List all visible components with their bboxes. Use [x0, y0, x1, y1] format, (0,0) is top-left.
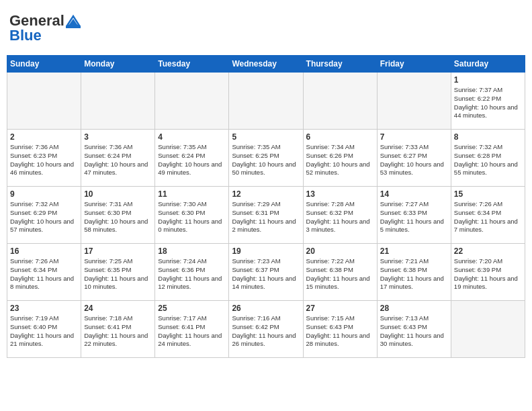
day-cell: 6Sunrise: 7:34 AM Sunset: 6:26 PM Daylig… [303, 130, 377, 187]
day-cell: 13Sunrise: 7:28 AM Sunset: 6:32 PM Dayli… [303, 187, 377, 244]
day-number: 3 [84, 132, 152, 142]
day-cell: 5Sunrise: 7:35 AM Sunset: 6:25 PM Daylig… [229, 130, 303, 187]
day-info: Sunrise: 7:26 AM Sunset: 6:34 PM Dayligh… [454, 200, 522, 234]
day-info: Sunrise: 7:30 AM Sunset: 6:30 PM Dayligh… [158, 200, 226, 234]
day-info: Sunrise: 7:27 AM Sunset: 6:33 PM Dayligh… [380, 200, 448, 234]
week-row: 16Sunrise: 7:26 AM Sunset: 6:34 PM Dayli… [7, 244, 525, 301]
day-cell: 16Sunrise: 7:26 AM Sunset: 6:34 PM Dayli… [7, 244, 81, 301]
day-info: Sunrise: 7:17 AM Sunset: 6:41 PM Dayligh… [158, 314, 226, 349]
day-cell: 27Sunrise: 7:15 AM Sunset: 6:43 PM Dayli… [303, 301, 377, 358]
day-info: Sunrise: 7:32 AM Sunset: 6:28 PM Dayligh… [454, 143, 522, 177]
day-number: 17 [84, 246, 152, 256]
day-info: Sunrise: 7:24 AM Sunset: 6:36 PM Dayligh… [158, 257, 226, 291]
logo-icon [66, 13, 81, 28]
day-info: Sunrise: 7:26 AM Sunset: 6:34 PM Dayligh… [10, 257, 78, 291]
day-number: 27 [306, 304, 374, 313]
day-cell: 23Sunrise: 7:19 AM Sunset: 6:40 PM Dayli… [7, 301, 81, 358]
weekday-header: Friday [377, 56, 451, 73]
day-info: Sunrise: 7:20 AM Sunset: 6:39 PM Dayligh… [454, 257, 522, 291]
day-number: 8 [454, 132, 522, 142]
day-cell: 18Sunrise: 7:24 AM Sunset: 6:36 PM Dayli… [155, 244, 229, 301]
day-cell [451, 301, 525, 358]
day-number: 14 [380, 189, 448, 199]
day-number: 18 [158, 246, 226, 256]
day-cell [7, 73, 81, 130]
day-cell: 9Sunrise: 7:32 AM Sunset: 6:29 PM Daylig… [7, 187, 81, 244]
day-info: Sunrise: 7:34 AM Sunset: 6:26 PM Dayligh… [306, 143, 374, 177]
day-number: 9 [10, 189, 78, 199]
logo: General Blue [9, 12, 81, 44]
day-cell: 3Sunrise: 7:36 AM Sunset: 6:24 PM Daylig… [81, 130, 155, 187]
week-row: 1Sunrise: 7:37 AM Sunset: 6:22 PM Daylig… [7, 73, 525, 130]
day-info: Sunrise: 7:28 AM Sunset: 6:32 PM Dayligh… [306, 200, 374, 234]
day-info: Sunrise: 7:32 AM Sunset: 6:29 PM Dayligh… [10, 200, 78, 234]
weekday-header: Wednesday [229, 56, 303, 73]
day-cell: 11Sunrise: 7:30 AM Sunset: 6:30 PM Dayli… [155, 187, 229, 244]
week-row: 9Sunrise: 7:32 AM Sunset: 6:29 PM Daylig… [7, 187, 525, 244]
day-number: 16 [10, 246, 78, 256]
weekday-header: Monday [81, 56, 155, 73]
day-cell: 24Sunrise: 7:18 AM Sunset: 6:41 PM Dayli… [81, 301, 155, 358]
day-cell: 28Sunrise: 7:13 AM Sunset: 6:43 PM Dayli… [377, 301, 451, 358]
week-row: 23Sunrise: 7:19 AM Sunset: 6:40 PM Dayli… [7, 301, 525, 358]
day-number: 2 [10, 132, 78, 142]
day-info: Sunrise: 7:29 AM Sunset: 6:31 PM Dayligh… [232, 200, 300, 234]
day-cell: 26Sunrise: 7:16 AM Sunset: 6:42 PM Dayli… [229, 301, 303, 358]
day-number: 7 [380, 132, 448, 142]
day-cell [81, 73, 155, 130]
day-cell: 21Sunrise: 7:21 AM Sunset: 6:38 PM Dayli… [377, 244, 451, 301]
day-cell: 20Sunrise: 7:22 AM Sunset: 6:38 PM Dayli… [303, 244, 377, 301]
day-number: 5 [232, 132, 300, 142]
day-number: 21 [380, 246, 448, 256]
page-header: General Blue [7, 7, 525, 50]
day-info: Sunrise: 7:37 AM Sunset: 6:22 PM Dayligh… [454, 86, 522, 120]
week-row: 2Sunrise: 7:36 AM Sunset: 6:23 PM Daylig… [7, 130, 525, 187]
day-cell: 25Sunrise: 7:17 AM Sunset: 6:41 PM Dayli… [155, 301, 229, 358]
day-number: 4 [158, 132, 226, 142]
day-number: 20 [306, 246, 374, 256]
day-cell [303, 73, 377, 130]
day-cell: 10Sunrise: 7:31 AM Sunset: 6:30 PM Dayli… [81, 187, 155, 244]
logo-blue: Blue [9, 27, 42, 44]
day-cell: 12Sunrise: 7:29 AM Sunset: 6:31 PM Dayli… [229, 187, 303, 244]
day-number: 25 [158, 304, 226, 313]
day-cell [155, 73, 229, 130]
day-number: 1 [454, 75, 522, 85]
weekday-header: Tuesday [155, 56, 229, 73]
day-info: Sunrise: 7:22 AM Sunset: 6:38 PM Dayligh… [306, 257, 374, 291]
weekday-header: Sunday [7, 56, 81, 73]
day-info: Sunrise: 7:18 AM Sunset: 6:41 PM Dayligh… [84, 314, 152, 349]
day-cell [377, 73, 451, 130]
day-cell: 7Sunrise: 7:33 AM Sunset: 6:27 PM Daylig… [377, 130, 451, 187]
day-info: Sunrise: 7:19 AM Sunset: 6:40 PM Dayligh… [10, 314, 78, 349]
day-info: Sunrise: 7:25 AM Sunset: 6:35 PM Dayligh… [84, 257, 152, 291]
day-number: 10 [84, 189, 152, 199]
weekday-header: Thursday [303, 56, 377, 73]
day-info: Sunrise: 7:31 AM Sunset: 6:30 PM Dayligh… [84, 200, 152, 234]
day-cell: 2Sunrise: 7:36 AM Sunset: 6:23 PM Daylig… [7, 130, 81, 187]
day-number: 6 [306, 132, 374, 142]
day-cell: 19Sunrise: 7:23 AM Sunset: 6:37 PM Dayli… [229, 244, 303, 301]
day-info: Sunrise: 7:21 AM Sunset: 6:38 PM Dayligh… [380, 257, 448, 291]
day-number: 28 [380, 304, 448, 313]
day-info: Sunrise: 7:16 AM Sunset: 6:42 PM Dayligh… [232, 314, 300, 349]
day-number: 22 [454, 246, 522, 256]
day-info: Sunrise: 7:35 AM Sunset: 6:24 PM Dayligh… [158, 143, 226, 177]
day-cell [229, 73, 303, 130]
day-info: Sunrise: 7:35 AM Sunset: 6:25 PM Dayligh… [232, 143, 300, 177]
day-number: 12 [232, 189, 300, 199]
day-cell: 1Sunrise: 7:37 AM Sunset: 6:22 PM Daylig… [451, 73, 525, 130]
day-cell: 22Sunrise: 7:20 AM Sunset: 6:39 PM Dayli… [451, 244, 525, 301]
day-number: 15 [454, 189, 522, 199]
day-cell: 8Sunrise: 7:32 AM Sunset: 6:28 PM Daylig… [451, 130, 525, 187]
day-info: Sunrise: 7:23 AM Sunset: 6:37 PM Dayligh… [232, 257, 300, 291]
day-cell: 4Sunrise: 7:35 AM Sunset: 6:24 PM Daylig… [155, 130, 229, 187]
weekday-header: Saturday [451, 56, 525, 73]
day-cell: 17Sunrise: 7:25 AM Sunset: 6:35 PM Dayli… [81, 244, 155, 301]
day-info: Sunrise: 7:36 AM Sunset: 6:23 PM Dayligh… [10, 143, 78, 177]
day-number: 24 [84, 304, 152, 313]
day-cell: 14Sunrise: 7:27 AM Sunset: 6:33 PM Dayli… [377, 187, 451, 244]
day-info: Sunrise: 7:13 AM Sunset: 6:43 PM Dayligh… [380, 314, 448, 349]
day-number: 13 [306, 189, 374, 199]
day-info: Sunrise: 7:15 AM Sunset: 6:43 PM Dayligh… [306, 314, 374, 349]
